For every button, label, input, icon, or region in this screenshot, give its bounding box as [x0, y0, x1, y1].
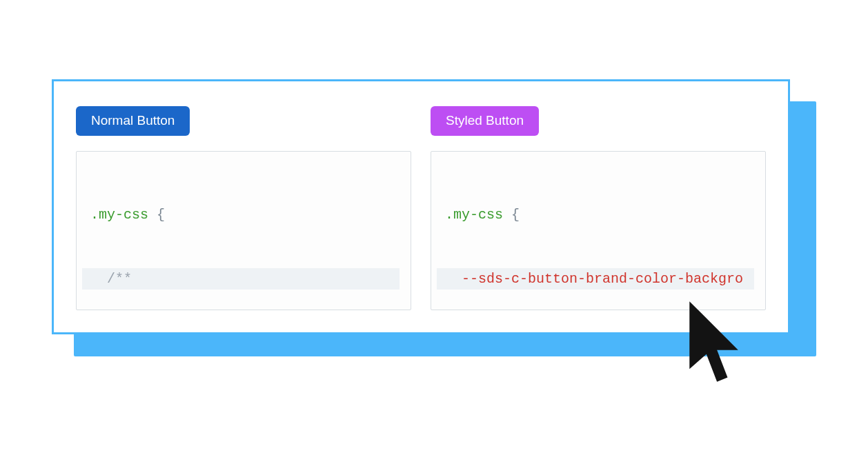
code-line: /**: [82, 268, 400, 290]
illustration-canvas: Normal Button .my-css { /** * No styling…: [52, 79, 816, 355]
normal-button[interactable]: Normal Button: [76, 106, 190, 136]
left-column: Normal Button .my-css { /** * No styling…: [76, 106, 411, 310]
code-line: .my-css {: [82, 204, 400, 225]
code-line: --sds-c-button-brand-color-backgro: [437, 268, 754, 290]
css-property: --sds-c-button-brand-color-backgro: [462, 271, 743, 287]
right-code-block: .my-css { --sds-c-button-brand-color-bac…: [431, 151, 766, 310]
right-column: Styled Button .my-css { --sds-c-button-b…: [431, 106, 766, 310]
main-frame: Normal Button .my-css { /** * No styling…: [52, 79, 790, 334]
styled-button[interactable]: Styled Button: [431, 106, 539, 136]
open-brace: {: [148, 207, 165, 223]
code-line: .my-css {: [437, 204, 754, 225]
open-brace: {: [503, 207, 520, 223]
css-selector: .my-css: [445, 207, 503, 223]
left-code-block: .my-css { /** * No styling hooks */ }: [76, 151, 411, 310]
css-selector: .my-css: [90, 207, 148, 223]
css-comment: /**: [107, 271, 132, 287]
